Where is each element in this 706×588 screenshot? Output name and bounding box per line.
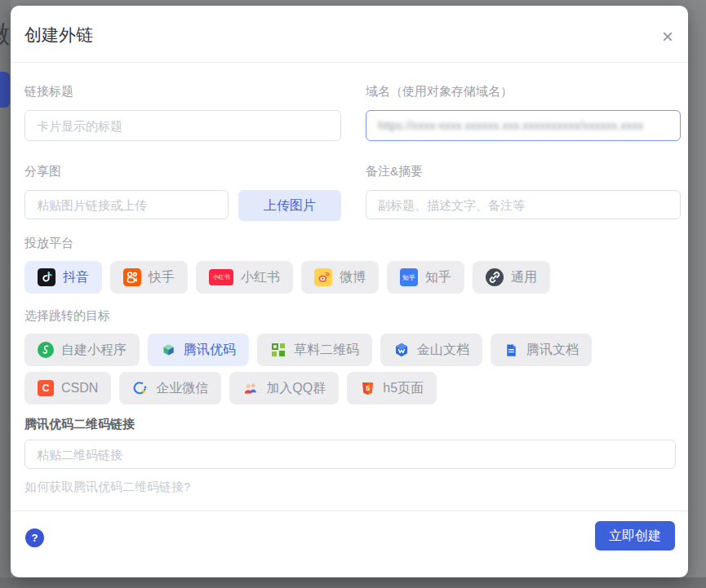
close-icon[interactable]: × <box>662 27 673 46</box>
target-chip-row: 自建小程序 腾讯优码 草料二维码 金山文档 <box>24 334 676 405</box>
platform-chip-weibo[interactable]: 微博 <box>301 261 379 294</box>
svg-text:5: 5 <box>366 384 370 392</box>
qq-group-icon <box>242 380 259 396</box>
target-chip-caoliao-qr[interactable]: 草料二维码 <box>257 334 372 366</box>
form-row-1: 链接标题 域名（使用对象存储域名） https://xxxx-xxxx.xxxx… <box>24 84 676 141</box>
platform-chip-row: 抖音 快手 小红书 小红书 微博 知乎 知乎 <box>24 261 676 294</box>
target-chip-h5-page[interactable]: 5 h5页面 <box>347 372 437 405</box>
target-chip-jinshan-docs[interactable]: 金山文档 <box>380 334 482 366</box>
qr-link-section: 腾讯优码二维码链接 如何获取腾讯优码二维码链接? <box>24 417 676 495</box>
chip-label: 金山文档 <box>417 342 469 359</box>
targets-label: 选择跳转的目标 <box>24 308 676 324</box>
domain-label: 域名（使用对象存储域名） <box>366 84 681 99</box>
chip-label: 微博 <box>340 269 366 286</box>
overlay-bottom-band <box>0 577 706 588</box>
douyin-icon <box>38 268 56 286</box>
chip-label: 抖音 <box>63 269 89 286</box>
platforms-label: 投放平台 <box>24 236 676 251</box>
share-image-input[interactable] <box>24 190 229 219</box>
remark-input[interactable] <box>366 190 681 219</box>
chip-label: 通用 <box>511 269 537 286</box>
target-chip-wecom[interactable]: 企业微信 <box>119 372 221 405</box>
chip-label: CSDN <box>61 381 98 396</box>
chip-label: 自建小程序 <box>61 342 127 359</box>
platform-chip-douyin[interactable]: 抖音 <box>24 261 102 294</box>
target-chip-miniprogram[interactable]: 自建小程序 <box>24 334 140 366</box>
domain-masked-value: https://xxxx-xxxx.xxxxxx.xxx.xxxxxxxxxx/… <box>378 119 643 132</box>
miniprogram-icon <box>38 342 54 358</box>
background-partial-blue-button <box>0 72 10 108</box>
chip-label: 知乎 <box>425 269 451 286</box>
kuaishou-icon <box>123 268 141 286</box>
chip-label: 企业微信 <box>156 380 208 397</box>
chip-label: 小红书 <box>241 269 280 286</box>
tencent-youma-icon <box>161 343 176 358</box>
chip-label: h5页面 <box>383 380 424 397</box>
chip-label: 腾讯优码 <box>184 342 236 359</box>
qr-link-input[interactable] <box>24 440 676 469</box>
chip-label: 加入QQ群 <box>266 380 326 397</box>
platform-chip-xiaohongshu[interactable]: 小红书 小红书 <box>196 261 293 294</box>
background-partial-text: 微 <box>0 18 10 51</box>
modal-title: 创建外链 <box>24 24 672 46</box>
modal-footer: ? 立即创建 <box>11 511 688 577</box>
chip-label: 草料二维码 <box>294 342 359 359</box>
share-image-field-group: 分享图 上传图片 <box>24 164 341 221</box>
link-title-label: 链接标题 <box>24 84 341 99</box>
upload-image-button[interactable]: 上传图片 <box>238 190 341 221</box>
domain-input[interactable]: https://xxxx-xxxx.xxxxxx.xxx.xxxxxxxxxx/… <box>366 110 681 141</box>
jinshan-docs-icon <box>393 342 410 358</box>
platform-chip-zhihu[interactable]: 知乎 知乎 <box>387 261 464 294</box>
platform-chip-general[interactable]: 通用 <box>473 261 550 294</box>
link-title-input[interactable] <box>24 110 341 141</box>
target-chip-csdn[interactable]: C CSDN <box>24 372 111 405</box>
domain-field-group: 域名（使用对象存储域名） https://xxxx-xxxx.xxxxxx.xx… <box>366 84 681 141</box>
html5-icon: 5 <box>360 381 375 396</box>
target-chip-tencent-youma[interactable]: 腾讯优码 <box>148 334 249 366</box>
target-chip-qq-group[interactable]: 加入QQ群 <box>229 372 339 405</box>
form-row-2: 分享图 上传图片 备注&摘要 <box>24 164 676 221</box>
wecom-icon <box>132 380 149 396</box>
share-image-label: 分享图 <box>24 164 341 179</box>
link-title-field-group: 链接标题 <box>24 84 341 141</box>
modal-header: 创建外链 × <box>11 6 688 63</box>
modal-body: 链接标题 域名（使用对象存储域名） https://xxxx-xxxx.xxxx… <box>11 63 688 511</box>
chip-label: 腾讯文档 <box>526 342 579 359</box>
tencent-docs-icon <box>504 343 519 358</box>
create-now-button[interactable]: 立即创建 <box>595 521 675 550</box>
xiaohongshu-icon: 小红书 <box>209 269 233 285</box>
target-chip-tencent-docs[interactable]: 腾讯文档 <box>491 334 592 366</box>
qr-how-to-link[interactable]: 如何获取腾讯优码二维码链接? <box>24 480 190 495</box>
help-icon[interactable]: ? <box>25 528 44 547</box>
weibo-icon <box>314 268 332 286</box>
remark-field-group: 备注&摘要 <box>366 164 681 221</box>
zhihu-icon: 知乎 <box>400 268 418 286</box>
link-icon <box>486 268 504 286</box>
platform-chip-kuaishou[interactable]: 快手 <box>110 261 188 294</box>
csdn-icon: C <box>38 380 54 396</box>
create-external-link-modal: 创建外链 × 链接标题 域名（使用对象存储域名） https://xxxx-xx… <box>11 6 688 577</box>
qr-link-label: 腾讯优码二维码链接 <box>24 417 676 432</box>
remark-label: 备注&摘要 <box>366 164 681 179</box>
caoliao-qr-icon <box>270 342 286 358</box>
chip-label: 快手 <box>149 269 175 286</box>
